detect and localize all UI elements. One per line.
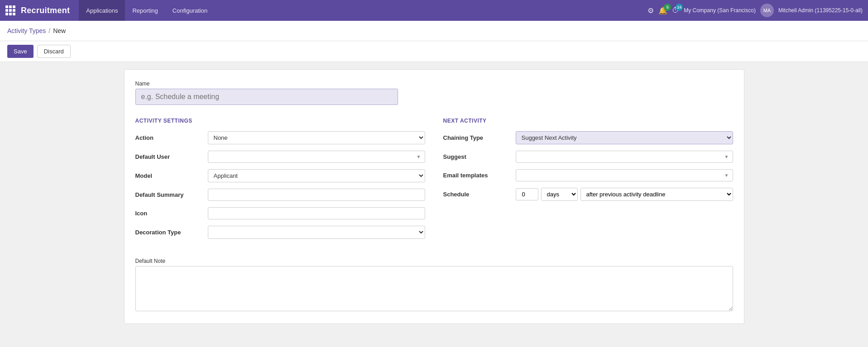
apps-icon[interactable] xyxy=(5,5,15,15)
email-templates-field: ▼ xyxy=(516,169,733,181)
breadcrumb-parent[interactable]: Activity Types xyxy=(7,27,46,34)
nav-link-reporting[interactable]: Reporting xyxy=(125,0,165,21)
schedule-label: Schedule xyxy=(443,191,516,198)
model-field: Applicant xyxy=(208,169,425,182)
avatar-initials: MA xyxy=(763,8,771,13)
nav-link-configuration[interactable]: Configuration xyxy=(165,0,215,21)
email-templates-label: Email templates xyxy=(443,172,516,179)
messages-icon[interactable]: 🔔 5 xyxy=(658,6,667,15)
default-summary-input[interactable] xyxy=(208,189,425,201)
suggest-row: Suggest ▼ xyxy=(443,151,733,163)
schedule-number-input[interactable] xyxy=(516,188,538,200)
suggest-arrow: ▼ xyxy=(724,154,729,159)
form-card: Name Activity Settings Action None Uploa… xyxy=(124,69,744,324)
action-field: None Upload Document Sign Document Open … xyxy=(208,131,425,144)
suggest-field: ▼ xyxy=(516,151,733,163)
user-name: Mitchell Admin (11395225-15-0-all) xyxy=(778,7,863,14)
messages-badge: 5 xyxy=(664,4,671,11)
decoration-type-row: Decoration Type Alert Success xyxy=(135,226,425,239)
suggest-label: Suggest xyxy=(443,153,516,160)
chaining-type-select[interactable]: Suggest Next Activity Trigger Next Activ… xyxy=(516,131,733,144)
next-activity-section: Next Activity Chaining Type Suggest Next… xyxy=(443,118,733,245)
schedule-controls: days weeks months after previous activit… xyxy=(516,188,733,201)
main-content: Name Activity Settings Action None Uploa… xyxy=(0,62,868,347)
chaining-type-field: Suggest Next Activity Trigger Next Activ… xyxy=(516,131,733,144)
icon-row: Icon xyxy=(135,207,425,219)
breadcrumb-separator: / xyxy=(48,27,50,34)
nav-right: ⚙ 🔔 5 ⏱ 24 My Company (San Francisco) MA… xyxy=(647,4,863,17)
schedule-unit-select[interactable]: days weeks months xyxy=(541,188,578,201)
default-user-field: ▼ xyxy=(208,151,425,163)
default-note-textarea[interactable] xyxy=(135,266,733,311)
email-templates-input[interactable] xyxy=(520,172,724,179)
email-templates-arrow: ▼ xyxy=(724,173,729,178)
breadcrumb: Activity Types / New xyxy=(0,21,868,41)
save-button[interactable]: Save xyxy=(7,45,34,58)
activity-settings-section: Activity Settings Action None Upload Doc… xyxy=(135,118,425,245)
breadcrumb-current: New xyxy=(53,27,66,34)
model-select[interactable]: Applicant xyxy=(208,169,425,182)
nav-links: Applications Reporting Configuration xyxy=(79,0,647,21)
action-row: Action None Upload Document Sign Documen… xyxy=(135,131,425,144)
name-field-group: Name xyxy=(135,81,733,105)
suggest-input-wrapper[interactable]: ▼ xyxy=(516,151,733,163)
app-brand: Recruitment xyxy=(21,6,70,15)
email-templates-wrapper[interactable]: ▼ xyxy=(516,169,733,181)
next-activity-title: Next Activity xyxy=(443,118,733,124)
decoration-type-label: Decoration Type xyxy=(135,229,208,236)
decoration-type-field: Alert Success xyxy=(208,226,425,239)
default-user-row: Default User ▼ xyxy=(135,151,425,163)
model-row: Model Applicant xyxy=(135,169,425,182)
clock-badge: 24 xyxy=(676,4,683,11)
action-select[interactable]: None Upload Document Sign Document Open … xyxy=(208,131,425,144)
icon-label: Icon xyxy=(135,210,208,217)
decoration-type-select[interactable]: Alert Success xyxy=(208,226,425,239)
schedule-when-select[interactable]: after previous activity deadline before … xyxy=(580,188,733,201)
default-note-label: Default Note xyxy=(135,258,733,264)
default-user-input-wrapper[interactable]: ▼ xyxy=(208,151,425,163)
notification-icon[interactable]: ⚙ xyxy=(647,6,654,15)
company-name[interactable]: My Company (San Francisco) xyxy=(684,7,756,14)
clock-icon[interactable]: ⏱ 24 xyxy=(672,6,679,14)
top-navigation: Recruitment Applications Reporting Confi… xyxy=(0,0,868,21)
chaining-type-label: Chaining Type xyxy=(443,134,516,141)
action-label: Action xyxy=(135,134,208,141)
nav-link-applications[interactable]: Applications xyxy=(79,0,125,21)
suggest-input[interactable] xyxy=(520,153,724,160)
default-note-section: Default Note xyxy=(135,258,733,313)
discard-button[interactable]: Discard xyxy=(37,45,71,58)
model-label: Model xyxy=(135,172,208,179)
schedule-row: Schedule days weeks months after previou… xyxy=(443,188,733,201)
email-templates-row: Email templates ▼ xyxy=(443,169,733,181)
default-summary-row: Default Summary xyxy=(135,189,425,201)
default-user-arrow: ▼ xyxy=(417,154,421,159)
default-user-input[interactable] xyxy=(212,153,417,160)
action-bar: Save Discard xyxy=(0,41,868,62)
avatar[interactable]: MA xyxy=(760,4,774,17)
name-input[interactable] xyxy=(135,89,398,105)
default-summary-field xyxy=(208,189,425,201)
activity-settings-title: Activity Settings xyxy=(135,118,425,124)
default-summary-label: Default Summary xyxy=(135,191,208,198)
name-label: Name xyxy=(135,81,733,87)
chaining-type-row: Chaining Type Suggest Next Activity Trig… xyxy=(443,131,733,144)
two-col-layout: Activity Settings Action None Upload Doc… xyxy=(135,118,733,245)
default-user-label: Default User xyxy=(135,153,208,160)
icon-field xyxy=(208,207,425,219)
schedule-field: days weeks months after previous activit… xyxy=(516,188,733,201)
icon-input[interactable] xyxy=(208,207,425,219)
